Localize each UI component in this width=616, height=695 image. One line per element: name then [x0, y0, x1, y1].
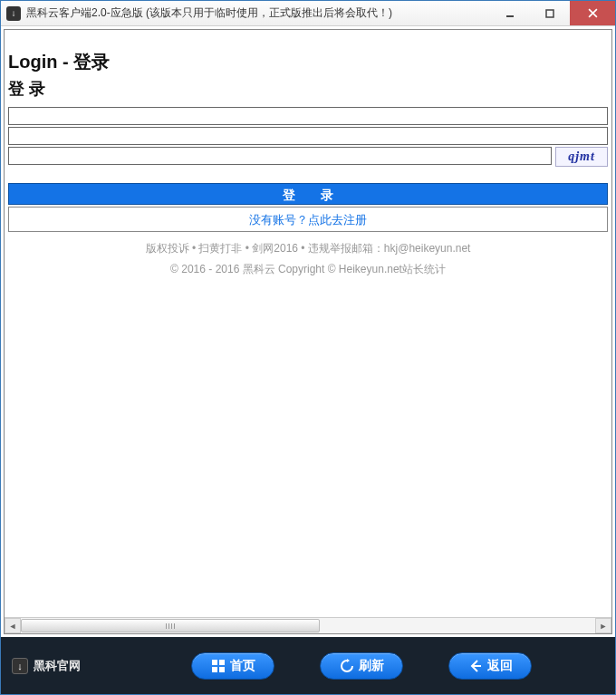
svg-rect-0 — [506, 15, 514, 17]
refresh-button[interactable]: 刷新 — [320, 652, 403, 680]
close-button[interactable] — [570, 1, 615, 25]
back-arrow-icon — [468, 659, 483, 673]
maximize-button[interactable] — [530, 1, 570, 25]
login-button[interactable]: 登 录 — [8, 183, 608, 205]
footer-line-2: © 2016 - 2016 黑科云 Copyright © Heikeyun.n… — [5, 262, 611, 277]
username-row — [8, 107, 608, 125]
title-bar: ↓ 黑科云客户端2.0-应急版 (该版本只用于临时使用，正式版推出后将会取代！) — [1, 1, 615, 26]
refresh-label: 刷新 — [359, 658, 384, 674]
scroll-right-button[interactable]: ► — [595, 618, 611, 633]
captcha-row — [8, 147, 552, 165]
grid-icon — [211, 659, 226, 673]
login-subheading: 登 录 — [5, 76, 611, 105]
password-input[interactable] — [9, 128, 607, 144]
svg-rect-2 — [212, 660, 217, 665]
back-label: 返回 — [487, 658, 513, 674]
svg-rect-1 — [546, 10, 553, 17]
password-row — [8, 127, 608, 145]
svg-rect-4 — [212, 667, 217, 672]
brand-link[interactable]: ↓ 黑科官网 — [12, 658, 81, 674]
login-heading: Login - 登录 — [5, 30, 611, 76]
back-button[interactable]: 返回 — [448, 652, 532, 680]
minimize-button[interactable] — [490, 1, 530, 25]
brand-icon: ↓ — [12, 658, 28, 674]
svg-rect-5 — [219, 667, 225, 672]
window-title: 黑科云客户端2.0-应急版 (该版本只用于临时使用，正式版推出后将会取代！) — [26, 5, 490, 21]
app-icon: ↓ — [6, 6, 21, 21]
home-label: 首页 — [230, 658, 255, 674]
svg-rect-3 — [219, 660, 225, 665]
scroll-left-button[interactable]: ◄ — [5, 618, 21, 633]
horizontal-scrollbar[interactable]: ◄ ► — [5, 617, 611, 633]
home-button[interactable]: 首页 — [191, 652, 274, 680]
content-viewport: Login - 登录 登 录 qjmt 登 录 没有账号？点此去注册 版权投诉 … — [4, 29, 612, 634]
scroll-track[interactable] — [21, 618, 595, 633]
register-link[interactable]: 没有账号？点此去注册 — [8, 207, 608, 232]
captcha-input[interactable] — [9, 150, 152, 163]
bottom-toolbar: ↓ 黑科官网 首页 刷新 返回 — [1, 637, 615, 695]
username-input[interactable] — [9, 108, 607, 124]
brand-label: 黑科官网 — [34, 658, 81, 674]
refresh-icon — [340, 659, 354, 673]
captcha-image[interactable]: qjmt — [555, 147, 608, 167]
footer-line-1: 版权投诉 • 扫黄打非 • 剑网2016 • 违规举报邮箱：hkj@heikey… — [5, 241, 611, 256]
scroll-thumb[interactable] — [21, 619, 320, 632]
